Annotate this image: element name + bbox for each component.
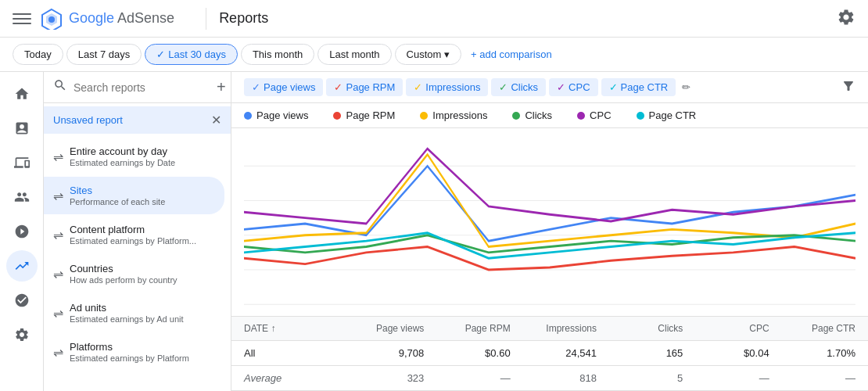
sidebar-item-countries[interactable]: ⇌ Countries How ads perform by country ⋮ [44, 255, 224, 292]
sidebar-item-sublabel: Performance of each site [70, 197, 196, 206]
nav-overview[interactable] [6, 113, 38, 144]
filter-icon[interactable] [841, 79, 855, 95]
tab-label: Page views [264, 81, 315, 93]
svg-rect-0 [13, 13, 31, 15]
legend-label: Impressions [432, 109, 487, 121]
report-icon: ⇌ [53, 149, 63, 164]
nav-home[interactable] [6, 78, 38, 109]
filter-custom[interactable]: Custom ▾ [395, 44, 461, 65]
sidebar-search-bar: + [44, 72, 231, 103]
filter-last-month[interactable]: Last month [317, 44, 391, 65]
cell-page-rpm: — [424, 372, 510, 384]
data-table: DATE ↑ Page views Page RPM Impressions C… [231, 316, 868, 391]
cell-date: All [244, 347, 338, 359]
tab-cpc[interactable]: ✓ CPC [549, 78, 597, 96]
menu-icon[interactable] [13, 9, 31, 28]
filter-today[interactable]: Today [13, 44, 63, 65]
legend-page-ctr: Page CTR [637, 109, 697, 121]
legend-label: Page CTR [649, 109, 697, 121]
tab-page-ctr[interactable]: ✓ Page CTR [601, 78, 676, 96]
table-row: Average 323 — 818 5 — — [231, 366, 868, 391]
cell-clicks: 5 [597, 372, 683, 384]
tab-label: Impressions [425, 81, 480, 93]
settings-icon[interactable] [837, 17, 855, 29]
nav-users[interactable] [6, 181, 38, 213]
legend-dot [244, 112, 252, 120]
chart-container: Jun 22 Jun 25 Jun 28 Jul 1 Jul 4 Jul 7 J… [231, 128, 868, 316]
nav-block[interactable] [6, 216, 38, 247]
filter-last-7-days[interactable]: Last 7 days [66, 44, 142, 65]
header-divider [206, 8, 206, 30]
sidebar-item-sublabel: Estimated earnings by Platform... [70, 236, 196, 246]
filter-last-30-days[interactable]: ✓ Last 30 days [145, 44, 238, 65]
filter-this-month[interactable]: This month [241, 44, 314, 65]
sidebar-item-ad-units[interactable]: ⇌ Ad units Estimated earnings by Ad unit… [44, 294, 224, 332]
table-header: DATE ↑ Page views Page RPM Impressions C… [231, 317, 868, 341]
add-comparison-button[interactable]: + add comparison [471, 48, 552, 60]
tab-page-rpm[interactable]: ✓ Page RPM [326, 78, 403, 96]
legend-clicks: Clicks [512, 109, 552, 121]
sidebar-item-platforms[interactable]: ⇌ Platforms Estimated earnings by Platfo… [44, 333, 224, 371]
tab-clicks[interactable]: ✓ Clicks [491, 78, 546, 96]
cell-page-views: 9,708 [338, 347, 424, 359]
col-impressions: Impressions [511, 323, 597, 334]
sidebar-item-label: Content platform [70, 224, 196, 235]
tab-label: Page CTR [621, 81, 669, 93]
page-title: Reports [219, 10, 268, 27]
col-date[interactable]: DATE ↑ [244, 323, 338, 334]
col-clicks: Clicks [597, 323, 683, 334]
unsaved-report-item[interactable]: Unsaved report ✕ [44, 106, 231, 134]
table-row: All 9,708 $0.60 24,541 165 $0.04 1.70% [231, 341, 868, 366]
sidebar-item-sublabel: Estimated earnings by Ad unit [70, 314, 196, 324]
add-report-icon[interactable]: + [217, 78, 226, 96]
close-unsaved-icon[interactable]: ✕ [211, 113, 221, 127]
tab-label: CPC [569, 81, 590, 93]
report-icon: ⇌ [53, 345, 63, 360]
sidebar-item-label: Sites [70, 185, 196, 196]
sidebar-item-sites[interactable]: ⇌ Sites Performance of each site ⋮ [44, 177, 224, 214]
legend-cpc: CPC [577, 109, 611, 121]
legend-dot [512, 112, 520, 120]
report-icon: ⇌ [53, 306, 63, 321]
svg-rect-2 [13, 23, 31, 24]
sidebar-item-label: Entire account by day [70, 145, 196, 157]
left-nav [0, 72, 44, 391]
cell-page-views: 323 [338, 372, 424, 384]
col-cpc: CPC [683, 323, 769, 334]
nav-settings[interactable] [6, 319, 38, 350]
tab-page-views[interactable]: ✓ Page views [244, 78, 323, 96]
cell-page-rpm: $0.60 [424, 347, 510, 359]
sidebar-item-sublabel: How ads perform by country [70, 275, 196, 285]
main-content: ✓ Page views ✓ Page RPM ✓ Impressions ✓ … [231, 72, 868, 391]
nav-reports[interactable] [6, 250, 38, 282]
report-icon: ⇌ [53, 267, 63, 282]
cell-date: Average [244, 372, 338, 384]
sidebar-item-content-platform[interactable]: ⇌ Content platform Estimated earnings by… [44, 216, 224, 253]
cell-page-ctr: 1.70% [769, 347, 855, 359]
legend-label: CPC [590, 109, 611, 121]
logo: Google AdSense [41, 8, 174, 30]
top-bar-right [837, 8, 855, 29]
legend-impressions: Impressions [420, 109, 487, 121]
filter-bar: Today Last 7 days ✓ Last 30 days This mo… [0, 38, 868, 72]
tab-label: Page RPM [346, 81, 395, 93]
sidebar-item-label: Platforms [70, 341, 196, 353]
unsaved-report-label: Unsaved report [53, 114, 211, 126]
legend-page-rpm: Page RPM [333, 109, 395, 121]
edit-metrics-icon[interactable]: ✏ [682, 81, 690, 93]
check-icon: ✓ [609, 81, 618, 93]
cell-clicks: 165 [597, 347, 683, 359]
check-icon: ✓ [252, 81, 260, 93]
sidebar-item-entire-account[interactable]: ⇌ Entire account by day Estimated earnin… [44, 138, 224, 175]
legend-label: Page RPM [346, 109, 395, 121]
search-input[interactable] [74, 81, 210, 94]
check-icon: ✓ [414, 81, 422, 93]
svg-point-5 [48, 16, 55, 23]
tab-impressions[interactable]: ✓ Impressions [406, 78, 488, 96]
nav-content[interactable] [6, 147, 38, 178]
chart-legend: Page views Page RPM Impressions Clicks C… [231, 103, 868, 128]
legend-dot [333, 112, 341, 120]
cell-page-ctr: — [769, 372, 855, 384]
logo-text: Google AdSense [69, 10, 174, 27]
nav-optimize[interactable] [6, 285, 38, 316]
